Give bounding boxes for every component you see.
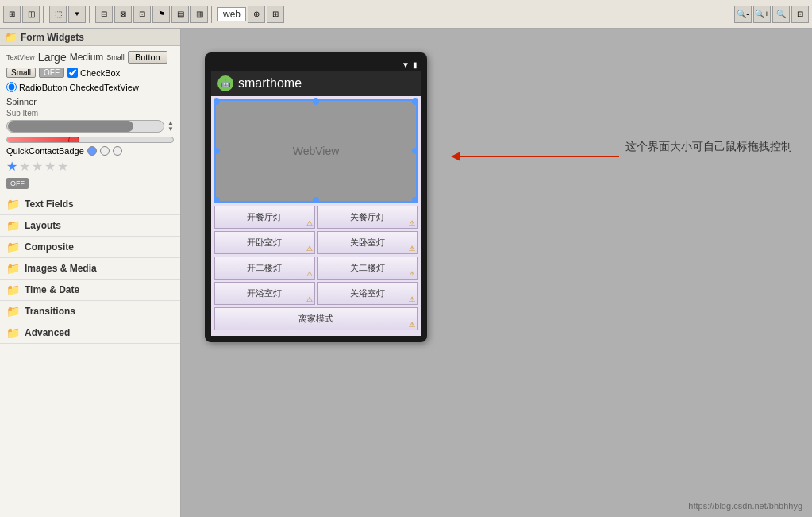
handle-br[interactable] xyxy=(412,197,418,203)
toolbar-btn-10[interactable]: ▥ xyxy=(190,6,208,23)
warn-icon-4: ⚠ xyxy=(306,270,313,278)
btn-open-bath[interactable]: 开浴室灯 ⚠ xyxy=(214,282,315,305)
arrow-head xyxy=(451,152,460,161)
btn-away-mode[interactable]: 离家模式 ⚠ xyxy=(214,307,418,330)
folder-icon-img: 📁 xyxy=(6,262,20,275)
sidebar-item-transitions[interactable]: 📁 Transitions xyxy=(0,301,180,322)
webview-container[interactable]: WebView xyxy=(214,99,418,203)
toggle-off[interactable]: OFF xyxy=(39,68,64,78)
toolbar-btn-3[interactable]: ⬚ xyxy=(49,6,67,23)
toolbar-btn-7[interactable]: ⊡ xyxy=(133,6,151,23)
toolbar-right: 🔍- 🔍+ 🔍 ⊡ xyxy=(734,6,809,23)
handle-tl[interactable] xyxy=(214,98,220,105)
folder-icon: 📁 xyxy=(5,31,17,43)
toolbar-btn-fit[interactable]: ⊞ xyxy=(267,6,284,23)
folder-icon-trans: 📁 xyxy=(6,305,20,318)
btn-open-bedroom[interactable]: 开卧室灯 ⚠ xyxy=(214,231,315,254)
switch-off[interactable]: OFF xyxy=(6,178,29,189)
toolbar-btn-9[interactable]: ▤ xyxy=(171,6,189,23)
toolbar-btn-expand[interactable]: ⊕ xyxy=(248,6,265,23)
radio-empty-1[interactable] xyxy=(100,146,110,156)
main-area: 📁 Form Widgets TextView Large Medium Sma… xyxy=(0,29,812,517)
zoom-reset-btn[interactable]: 🔍 xyxy=(772,6,790,23)
zoom-menu-btn[interactable]: ⊡ xyxy=(791,6,809,23)
handle-bm[interactable] xyxy=(313,197,319,203)
quick-contact-label: QuickContactBadge xyxy=(6,146,84,156)
warn-icon-7: ⚠ xyxy=(409,295,415,303)
toolbar-btn-8[interactable]: ⚑ xyxy=(152,6,170,23)
small-btn[interactable]: Small xyxy=(6,68,36,78)
form-widgets-title: 📁 Form Widgets xyxy=(0,29,180,46)
phone-mockup: ▼ ▮ 🤖 smarthome WebView xyxy=(205,52,427,342)
toolbar-btn-1[interactable]: ⊞ xyxy=(3,6,21,23)
toolbar-btn-4[interactable]: ▼ xyxy=(68,6,86,23)
warn-icon-1: ⚠ xyxy=(409,219,415,227)
progress-bar[interactable] xyxy=(6,137,174,143)
btn-open-dining[interactable]: 开餐厅灯 ⚠ xyxy=(214,206,315,229)
toolbar-sep-2 xyxy=(89,6,92,23)
handle-tr[interactable] xyxy=(412,98,418,105)
signal-icon: ▼ xyxy=(402,60,410,69)
radio-input[interactable] xyxy=(6,82,17,92)
sidebar-item-images-media[interactable]: 📁 Images & Media xyxy=(0,258,180,280)
zoom-in-btn[interactable]: 🔍+ xyxy=(753,6,771,23)
sidebar-item-time-date[interactable]: 📁 Time & Date xyxy=(0,280,180,301)
star-1[interactable]: ★ xyxy=(6,159,17,174)
arrow-line xyxy=(460,156,619,157)
star-5[interactable]: ★ xyxy=(57,159,68,174)
warn-icon-6: ⚠ xyxy=(306,295,313,303)
warn-icon-full: ⚠ xyxy=(409,321,415,329)
text-medium: Medium xyxy=(70,52,104,63)
sidebar-item-layouts[interactable]: 📁 Layouts xyxy=(0,215,180,237)
folder-icon-time: 📁 xyxy=(6,284,20,296)
zoom-out-btn[interactable]: 🔍- xyxy=(734,6,752,23)
spinner-down: ▼ xyxy=(167,126,174,133)
btn-open-2f[interactable]: 开二楼灯 ⚠ xyxy=(214,257,315,280)
star-4[interactable]: ★ xyxy=(44,159,56,174)
switch-row: OFF xyxy=(6,177,174,189)
sidebar-item-text-fields[interactable]: 📁 Text Fields xyxy=(0,194,180,215)
text-small: Small xyxy=(106,53,125,61)
radio-row: RadioButton CheckedTextView xyxy=(6,82,174,92)
phone-app-title: smarthome xyxy=(238,76,302,91)
quick-contact-row: QuickContactBadge xyxy=(6,146,174,156)
star-2[interactable]: ★ xyxy=(19,159,30,174)
btn-close-bedroom[interactable]: 关卧室灯 ⚠ xyxy=(317,231,418,254)
toolbar-btn-2[interactable]: ◫ xyxy=(22,6,40,23)
warn-icon-0: ⚠ xyxy=(306,219,313,227)
phone-title-bar: 🤖 smarthome xyxy=(211,71,421,96)
btn-close-2f[interactable]: 关二楼灯 ⚠ xyxy=(317,257,418,280)
stars-row: ★ ★ ★ ★ ★ xyxy=(6,159,174,174)
progress-fill xyxy=(7,137,74,142)
btn-close-bath[interactable]: 关浴室灯 ⚠ xyxy=(317,282,418,305)
checkbox-widget[interactable]: CheckBox xyxy=(67,68,120,78)
warn-icon-3: ⚠ xyxy=(409,245,415,253)
handle-bl[interactable] xyxy=(214,197,220,203)
radio-filled-1[interactable] xyxy=(87,146,97,156)
toolbar: ⊞ ◫ ⬚ ▼ ⊟ ⊠ ⊡ ⚑ ▤ ▥ web ⊕ ⊞ 🔍- 🔍+ 🔍 ⊡ xyxy=(0,0,812,29)
sidebar-item-composite[interactable]: 📁 Composite xyxy=(0,237,180,258)
folder-icon-adv: 📁 xyxy=(6,326,20,339)
spinner-fill xyxy=(8,121,133,132)
widgets-section: TextView Large Medium Small Button Small… xyxy=(0,46,180,194)
handle-ml[interactable] xyxy=(214,148,220,154)
battery-icon: ▮ xyxy=(413,60,418,69)
annotation-text: 这个界面大小可自己鼠标拖拽控制 xyxy=(625,140,792,154)
btn-close-dining[interactable]: 关餐厅灯 ⚠ xyxy=(317,206,418,229)
textview-label: TextView xyxy=(6,53,35,61)
progress-knob xyxy=(68,137,79,143)
handle-tm[interactable] xyxy=(313,98,319,105)
sidebar-item-advanced[interactable]: 📁 Advanced xyxy=(0,322,180,344)
spinner-track[interactable] xyxy=(6,120,164,133)
toolbar-btn-5[interactable]: ⊟ xyxy=(95,6,113,23)
textview-row: TextView Large Medium Small Button xyxy=(6,51,174,64)
toolbar-sep-1 xyxy=(43,6,46,23)
radio-empty-2[interactable] xyxy=(113,146,122,156)
handle-mr[interactable] xyxy=(412,148,418,154)
footer-url: https://blog.csdn.net/bhbhhyg xyxy=(688,501,802,511)
button-widget[interactable]: Button xyxy=(128,51,167,64)
star-3[interactable]: ★ xyxy=(32,159,43,174)
checkbox-input[interactable] xyxy=(67,68,78,78)
toolbar-btn-6[interactable]: ⊠ xyxy=(114,6,132,23)
phone-status-bar: ▼ ▮ xyxy=(211,59,421,71)
